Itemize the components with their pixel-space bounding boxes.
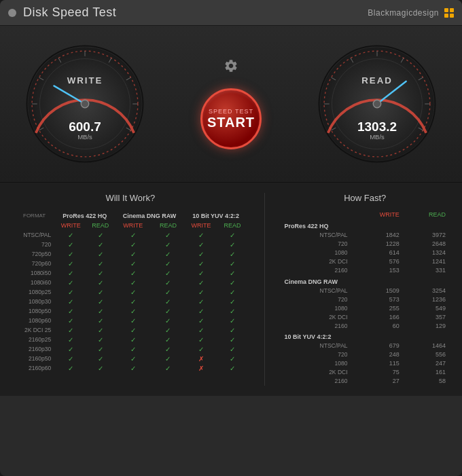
svg-text:MB/s: MB/s (77, 133, 92, 141)
check-mark: ✓ (217, 354, 247, 363)
hf-read-value: 357 (402, 312, 448, 321)
hf-read-value: 161 (402, 368, 448, 377)
start-button-line1: SPEED TEST (209, 108, 253, 115)
check-mark: ✓ (86, 363, 114, 373)
hf-read-value: 3972 (402, 231, 448, 240)
hf-write-value: 75 (351, 368, 402, 377)
hf-format-label: NTSC/PAL (282, 342, 351, 350)
how-fast-section-header: Cinema DNG RAW (282, 275, 448, 287)
check-mark: ✓ (152, 297, 185, 306)
check-mark: ✓ (114, 335, 152, 344)
check-mark: ✓ (185, 335, 218, 344)
check-mark: ✓ (217, 344, 247, 354)
check-mark: ✓ (217, 240, 247, 249)
data-section: Will It Work? FORMAT ProRes 422 HQ Cinem… (0, 182, 462, 396)
how-fast-row: NTSC/PAL6791464 (282, 342, 448, 350)
check-mark: ✓ (152, 278, 185, 287)
how-fast-row: 2K DCI166357 (282, 312, 448, 321)
check-mark: ✓ (86, 297, 114, 306)
check-mark: ✓ (152, 363, 185, 373)
will-it-table: FORMAT ProRes 422 HQ Cinema DNG RAW 10 B… (14, 210, 247, 373)
check-mark: ✓ (86, 354, 114, 363)
write-col-1: WRITE (55, 221, 86, 230)
start-button[interactable]: SPEED TEST START (200, 88, 262, 149)
check-mark: ✓ (217, 335, 247, 344)
check-mark: ✓ (185, 268, 218, 278)
hf-write-value: 573 (351, 295, 402, 304)
svg-text:WRITE: WRITE (67, 75, 103, 86)
how-fast-row: 1080255549 (282, 304, 448, 312)
check-mark: ✓ (55, 259, 86, 268)
prores-header: ProRes 422 HQ (55, 210, 114, 221)
will-it-row: NTSC/PAL✓✓✓✓✓✓ (14, 230, 247, 240)
how-fast-section-header: 10 Bit YUV 4:2:2 (282, 330, 448, 342)
svg-text:MB/s: MB/s (370, 133, 385, 141)
hf-write-header: WRITE (351, 210, 402, 219)
check-mark: ✓ (217, 316, 247, 325)
read-col-3: READ (217, 221, 247, 230)
will-it-row: 1080p25✓✓✓✓✓✓ (14, 287, 247, 297)
hf-format-label: NTSC/PAL (282, 286, 351, 295)
brand-dot-1 (444, 8, 448, 12)
format-label: 2160p30 (14, 344, 55, 354)
check-mark: ✓ (86, 259, 114, 268)
will-it-work-section: Will It Work? FORMAT ProRes 422 HQ Cinem… (14, 193, 247, 386)
format-label: NTSC/PAL (14, 230, 55, 240)
check-mark: ✓ (55, 354, 86, 363)
check-mark: ✓ (86, 268, 114, 278)
hf-write-value: 1842 (351, 231, 402, 240)
check-mark: ✓ (114, 268, 152, 278)
how-fast-row: 720248556 (282, 350, 448, 359)
how-fast-row: 216060129 (282, 321, 448, 330)
brand-icon (444, 8, 454, 18)
check-mark: ✓ (152, 287, 185, 297)
svg-text:1303.2: 1303.2 (357, 120, 397, 134)
check-mark: ✓ (86, 335, 114, 344)
brand-dot-2 (450, 8, 454, 12)
check-mark: ✓ (217, 230, 247, 240)
check-mark: ✓ (152, 240, 185, 249)
will-it-row: 2160p50✓✓✓✓✗✓ (14, 354, 247, 363)
check-mark: ✓ (217, 268, 247, 278)
hf-read-value: 1464 (402, 342, 448, 350)
format-label: 1080i50 (14, 268, 55, 278)
format-header: FORMAT (14, 210, 55, 221)
check-mark: ✓ (114, 259, 152, 268)
hf-write-value: 679 (351, 342, 402, 350)
close-button[interactable] (8, 9, 16, 17)
how-fast-row: 1080115247 (282, 359, 448, 368)
hf-write-value: 255 (351, 304, 402, 312)
how-fast-row: 10806141324 (282, 249, 448, 257)
check-mark: ✓ (114, 316, 152, 325)
check-mark: ✓ (55, 230, 86, 240)
write-col-3: WRITE (185, 221, 218, 230)
check-mark: ✓ (185, 259, 218, 268)
format-label: 2160p25 (14, 335, 55, 344)
check-mark: ✓ (185, 249, 218, 259)
format-label: 1080p50 (14, 306, 55, 316)
check-mark: ✓ (114, 278, 152, 287)
hf-read-value: 556 (402, 350, 448, 359)
format-label: 2160p60 (14, 363, 55, 373)
check-mark: ✓ (55, 335, 86, 344)
hf-write-value: 115 (351, 359, 402, 368)
settings-icon[interactable] (224, 58, 238, 76)
hf-write-value: 166 (351, 312, 402, 321)
format-label: 720p50 (14, 249, 55, 259)
hf-write-value: 576 (351, 257, 402, 266)
title-bar: Disk Speed Test Blackmagicdesign (0, 0, 462, 26)
svg-text:600.7: 600.7 (69, 120, 101, 134)
hf-format-label: NTSC/PAL (282, 231, 351, 240)
brand-dot-3 (444, 14, 448, 18)
will-it-row: 1080p50✓✓✓✓✓✓ (14, 306, 247, 316)
check-mark: ✓ (114, 325, 152, 335)
check-mark: ✓ (217, 287, 247, 297)
will-it-row: 2160p25✓✓✓✓✓✓ (14, 335, 247, 344)
check-mark: ✓ (114, 287, 152, 297)
will-it-row: 720p60✓✓✓✓✓✓ (14, 259, 247, 268)
check-mark: ✓ (55, 287, 86, 297)
check-mark: ✓ (152, 354, 185, 363)
check-mark: ✓ (185, 230, 218, 240)
format-label: 2K DCI 25 (14, 325, 55, 335)
hf-format-label: 1080 (282, 249, 351, 257)
